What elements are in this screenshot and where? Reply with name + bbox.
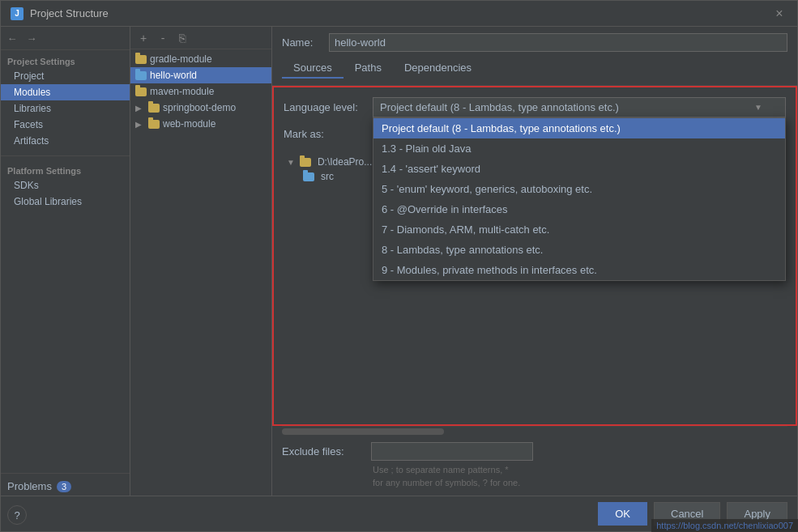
scroll-area[interactable] xyxy=(282,426,787,436)
sidebar-item-artifacts[interactable]: Artifacts xyxy=(1,133,130,149)
scroll-thumb[interactable] xyxy=(282,428,444,435)
dialog-title: Project Structure xyxy=(30,7,109,19)
ok-button[interactable]: OK xyxy=(598,502,647,526)
sidebar-item-project[interactable]: Project xyxy=(1,68,130,84)
module-label: maven-module xyxy=(150,86,214,97)
tree-path: D:\IdeaPro... xyxy=(318,156,372,168)
exclude-section: Exclude files: Use ; to separate name pa… xyxy=(272,436,797,496)
dropdown-arrow-icon: ▼ xyxy=(754,103,762,112)
sidebar-item-modules[interactable]: Modules xyxy=(1,84,130,100)
tabs: Sources Paths Dependencies xyxy=(282,58,787,79)
forward-button[interactable]: → xyxy=(23,30,40,46)
folder-icon xyxy=(135,55,147,64)
exclude-row: Exclude files: xyxy=(282,442,787,461)
language-level-label: Language level: xyxy=(284,101,365,113)
sidebar-item-facets[interactable]: Facets xyxy=(1,117,130,133)
module-list: gradle-module hello-world maven-module ▶… xyxy=(130,49,271,496)
exclude-label: Exclude files: xyxy=(282,445,363,458)
platform-settings-label: Platform Settings xyxy=(1,163,130,177)
content-inner: Language level: Project default (8 - Lam… xyxy=(272,86,797,426)
language-level-menu: Project default (8 - Lambdas, type annot… xyxy=(373,117,786,281)
dropdown-option-9[interactable]: 9 - Modules, private methods in interfac… xyxy=(373,260,785,280)
add-module-button[interactable]: + xyxy=(135,30,151,46)
exclude-input[interactable] xyxy=(371,442,533,461)
module-item-web[interactable]: ▶ web-module xyxy=(130,116,271,132)
sidebar-item-sdks[interactable]: SDKs xyxy=(1,177,130,194)
sidebar-divider xyxy=(1,155,130,156)
language-level-btn[interactable]: Project default (8 - Lambdas, type annot… xyxy=(373,97,786,117)
language-level-value: Project default (8 - Lambdas, type annot… xyxy=(380,101,619,113)
module-label: web-module xyxy=(163,118,216,130)
project-settings-section: Project Settings Project Modules Librari… xyxy=(1,50,130,152)
project-settings-label: Project Settings xyxy=(1,53,130,68)
sidebar: ← → Project Settings Project Modules Lib… xyxy=(1,27,130,496)
module-item-gradle[interactable]: gradle-module xyxy=(130,51,271,67)
dropdown-option-13[interactable]: 1.3 - Plain old Java xyxy=(373,138,785,159)
problems-label: Problems xyxy=(7,480,52,492)
exclude-hint: Use ; to separate name patterns, * for a… xyxy=(282,464,787,489)
module-label: springboot-demo xyxy=(163,102,236,113)
content-header: Name: Sources Paths Dependencies xyxy=(272,27,797,86)
copy-module-button[interactable]: ⎘ xyxy=(174,30,190,46)
tree-src-label: src xyxy=(321,171,334,182)
folder-icon xyxy=(135,87,147,96)
dropdown-option-6[interactable]: 6 - @Override in interfaces xyxy=(373,199,785,219)
src-folder-icon xyxy=(303,172,314,181)
remove-module-button[interactable]: - xyxy=(155,30,171,46)
name-row: Name: xyxy=(282,33,787,52)
problems-badge: 3 xyxy=(57,481,71,492)
language-level-row: Language level: Project default (8 - Lam… xyxy=(284,97,786,117)
content-area: Name: Sources Paths Dependencies Languag… xyxy=(272,27,797,496)
watermark: https://blog.csdn.net/chenlixiao007 xyxy=(651,519,798,532)
title-bar: J Project Structure × xyxy=(1,1,797,27)
mark-as-label: Mark as: xyxy=(284,128,365,140)
sidebar-toolbar: ← → xyxy=(1,27,130,50)
sidebar-bottom-divider xyxy=(1,473,130,474)
help-button[interactable]: ? xyxy=(7,505,27,525)
language-level-dropdown[interactable]: Project default (8 - Lambdas, type annot… xyxy=(373,97,786,117)
dropdown-option-5[interactable]: 5 - 'enum' keyword, generics, autoboxing… xyxy=(373,179,785,199)
name-label: Name: xyxy=(282,36,322,49)
dialog-body: ← → Project Settings Project Modules Lib… xyxy=(1,27,797,496)
dropdown-option-8[interactable]: 8 - Lambdas, type annotations etc. xyxy=(373,240,785,260)
dropdown-option-14[interactable]: 1.4 - 'assert' keyword xyxy=(373,159,785,179)
sidebar-item-global-libraries[interactable]: Global Libraries xyxy=(1,194,130,210)
dropdown-option-default[interactable]: Project default (8 - Lambdas, type annot… xyxy=(373,118,785,138)
app-icon: J xyxy=(11,7,23,20)
root-folder-icon xyxy=(300,158,311,167)
tab-paths[interactable]: Paths xyxy=(344,58,393,79)
module-label-selected: hello-world xyxy=(150,70,197,81)
content-panel: Language level: Project default (8 - Lam… xyxy=(274,87,796,424)
folder-icon xyxy=(148,120,160,129)
module-item-maven[interactable]: maven-module xyxy=(130,83,271,100)
platform-settings-section: Platform Settings SDKs Global Libraries xyxy=(1,160,130,213)
module-toolbar: + - ⎘ xyxy=(130,27,271,49)
close-button[interactable]: × xyxy=(771,6,787,22)
dropdown-option-7[interactable]: 7 - Diamonds, ARM, multi-catch etc. xyxy=(373,219,785,240)
module-item-hello-world[interactable]: hello-world xyxy=(130,67,271,83)
sidebar-item-libraries[interactable]: Libraries xyxy=(1,100,130,117)
module-item-springboot[interactable]: ▶ springboot-demo xyxy=(130,100,271,116)
back-button[interactable]: ← xyxy=(4,30,20,46)
module-tree: + - ⎘ gradle-module hello-world maven-mo… xyxy=(130,27,272,496)
name-input[interactable] xyxy=(329,33,787,52)
tab-dependencies[interactable]: Dependencies xyxy=(393,58,483,79)
folder-icon-selected xyxy=(135,71,147,80)
folder-icon xyxy=(148,104,160,113)
tab-sources[interactable]: Sources xyxy=(282,58,344,79)
module-label: gradle-module xyxy=(150,53,212,65)
problems-section[interactable]: Problems 3 xyxy=(1,477,130,496)
